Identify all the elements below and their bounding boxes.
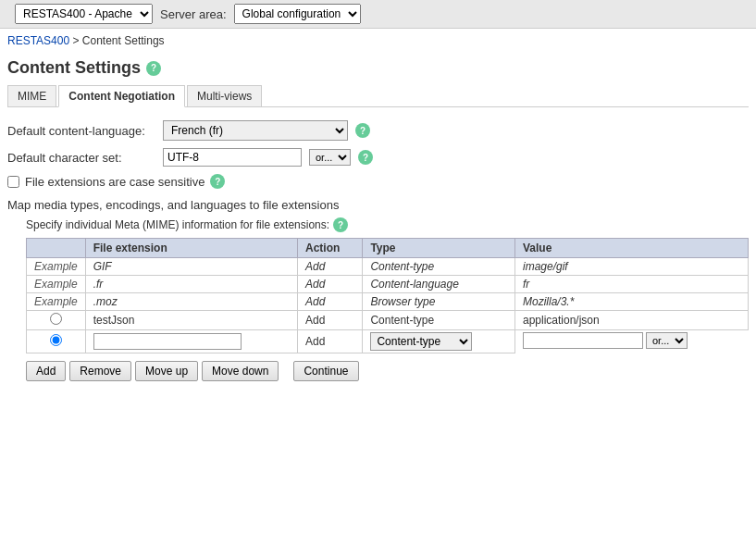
move-down-button[interactable]: Move down xyxy=(202,361,279,381)
row-type-5[interactable]: Content-type Content-language Browser ty… xyxy=(363,330,515,353)
default-charset-row: Default character set: or... ? xyxy=(7,148,749,167)
value-or-select[interactable]: or... xyxy=(646,332,688,349)
button-row: Add Remove Move up Move down Continue xyxy=(26,361,749,381)
row-example-2: Example xyxy=(27,276,86,293)
row-value-2: fr xyxy=(514,276,748,293)
sub-title-help-icon[interactable]: ? xyxy=(333,217,348,232)
move-up-button[interactable]: Move up xyxy=(135,361,198,381)
col-header-value: Value xyxy=(514,239,748,258)
charset-help-icon[interactable]: ? xyxy=(358,150,373,165)
ext-input-field[interactable] xyxy=(93,333,242,350)
row-type-2: Content-language xyxy=(363,276,515,293)
row-action-3: Add xyxy=(298,293,363,311)
row-type-4: Content-type xyxy=(363,311,515,330)
row-value-3: Mozilla/3.* xyxy=(514,293,748,311)
tab-mime[interactable]: MIME xyxy=(7,85,56,106)
default-charset-input[interactable] xyxy=(163,148,302,167)
server-area-label: Server area: xyxy=(160,7,227,21)
default-language-label: Default content-language: xyxy=(7,124,155,138)
table-row: Example .fr Add Content-language fr xyxy=(27,276,749,293)
table-row: Example GIF Add Content-type image/gif xyxy=(27,258,749,276)
tabs-container: MIME Content Negotiation Multi-views xyxy=(7,85,749,107)
case-sensitive-checkbox[interactable] xyxy=(7,176,19,188)
col-header-type: Type xyxy=(363,239,515,258)
row-ext-2: .fr xyxy=(85,276,297,293)
row-action-4: Add xyxy=(298,311,363,330)
charset-or-select[interactable]: or... xyxy=(309,149,351,166)
row-example-1: Example xyxy=(27,258,86,276)
page-help-icon[interactable]: ? xyxy=(146,61,161,76)
row-action-1: Add xyxy=(298,258,363,276)
server-select[interactable]: RESTAS400 - Apache xyxy=(15,4,153,24)
col-header-extension: File extension xyxy=(85,239,297,258)
row-ext-1: GIF xyxy=(85,258,297,276)
default-language-select[interactable]: French (fr) English (en) German (de) xyxy=(163,120,348,141)
sub-title-container: Specify individual Meta (MIME) informati… xyxy=(26,217,749,232)
row-example-3: Example xyxy=(27,293,86,311)
breadcrumb-current: Content Settings xyxy=(82,34,165,47)
col-header-action: Action xyxy=(298,239,363,258)
row-value-5[interactable]: or... xyxy=(515,330,749,351)
row-action-5: Add xyxy=(298,330,363,353)
row-value-1: image/gif xyxy=(514,258,748,276)
row-radio-5[interactable] xyxy=(27,330,86,353)
value-input-field[interactable] xyxy=(523,332,643,349)
table-row: Example .moz Add Browser type Mozilla/3.… xyxy=(27,293,749,311)
row-radio-4[interactable] xyxy=(27,311,86,330)
mime-table: File extension Action Type Value Example… xyxy=(26,238,749,353)
row-radio-input-5[interactable] xyxy=(50,334,62,346)
row-type-3: Browser type xyxy=(363,293,515,311)
row-action-2: Add xyxy=(298,276,363,293)
row-type-1: Content-type xyxy=(363,258,515,276)
table-row-editable: Add Content-type Content-language Browse… xyxy=(27,330,749,353)
continue-button[interactable]: Continue xyxy=(293,361,358,381)
server-area-select[interactable]: Global configuration xyxy=(234,4,361,24)
row-ext-4: testJson xyxy=(85,311,297,330)
row-ext-5[interactable] xyxy=(85,330,297,353)
row-ext-3: .moz xyxy=(85,293,297,311)
page-title-container: Content Settings ? xyxy=(7,58,749,78)
case-sensitive-row: File extensions are case sensitive ? xyxy=(7,174,749,189)
row-radio-input-4[interactable] xyxy=(50,313,62,325)
case-sensitive-label: File extensions are case sensitive xyxy=(25,175,204,189)
row-value-4: application/json xyxy=(514,311,748,330)
tab-multi-views[interactable]: Multi-views xyxy=(187,85,262,106)
sub-title-text: Specify individual Meta (MIME) informati… xyxy=(26,218,329,231)
default-charset-label: Default character set: xyxy=(7,151,155,165)
breadcrumb: RESTAS400 > Content Settings xyxy=(0,29,756,53)
content-area: Content Settings ? MIME Content Negotiat… xyxy=(0,53,756,387)
tab-content-negotiation[interactable]: Content Negotiation xyxy=(58,85,185,107)
default-language-row: Default content-language: French (fr) En… xyxy=(7,120,749,141)
remove-button[interactable]: Remove xyxy=(69,361,131,381)
add-button[interactable]: Add xyxy=(26,361,66,381)
section-title: Map media types, encodings, and language… xyxy=(7,198,749,212)
top-bar: RESTAS400 - Apache Server area: Global c… xyxy=(0,0,756,29)
page-title: Content Settings xyxy=(7,58,141,78)
form-section: Default content-language: French (fr) En… xyxy=(7,120,749,189)
language-help-icon[interactable]: ? xyxy=(355,123,370,138)
case-sensitive-help-icon[interactable]: ? xyxy=(210,174,225,189)
breadcrumb-separator: > xyxy=(69,34,82,47)
type-select[interactable]: Content-type Content-language Browser ty… xyxy=(370,332,472,351)
breadcrumb-link[interactable]: RESTAS400 xyxy=(7,34,69,47)
table-row: testJson Add Content-type application/js… xyxy=(27,311,749,330)
col-header-radio xyxy=(27,239,86,258)
